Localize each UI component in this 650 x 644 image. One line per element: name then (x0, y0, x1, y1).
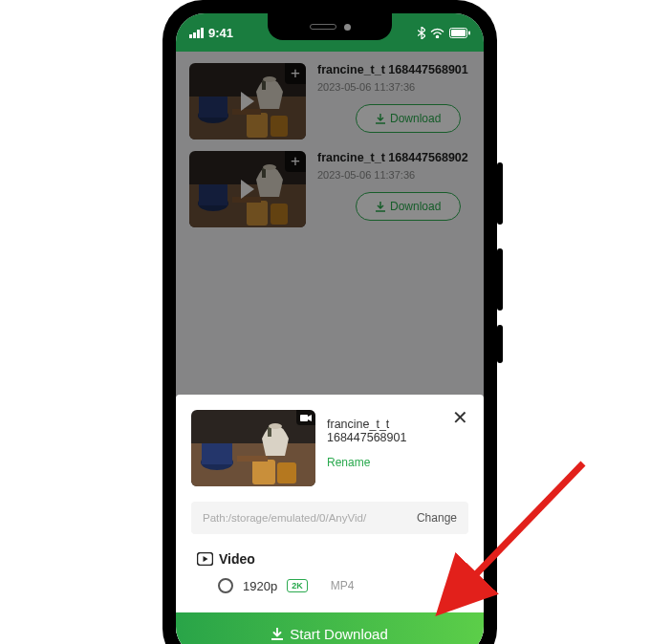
resolution-label: 1920p (243, 579, 277, 593)
svg-rect-3 (201, 28, 204, 38)
svg-rect-5 (451, 30, 466, 36)
signal-icon (189, 28, 204, 38)
svg-rect-31 (252, 460, 275, 484)
radio-button[interactable] (218, 578, 233, 593)
sheet-thumbnail (191, 410, 315, 486)
download-icon (271, 628, 283, 640)
device-side-button (497, 162, 503, 225)
svg-rect-33 (237, 456, 268, 462)
phone-frame: 9:41 + francine_t_t 168447568901 202 (162, 0, 497, 644)
content-area: + francine_t_t 168447568901 2023-05-06 1… (176, 52, 484, 644)
close-icon[interactable]: ✕ (452, 408, 468, 427)
quality-option[interactable]: 1920p 2K MP4 (191, 578, 468, 593)
quality-badge: 2K (287, 579, 308, 592)
download-path: Path:/storage/emulated/0/AnyVid/ (203, 512, 366, 524)
video-badge-icon (296, 410, 315, 425)
sheet-filename: francine_t_t 168447568901 (327, 418, 468, 444)
svg-rect-0 (189, 34, 192, 38)
device-side-button (497, 248, 503, 311)
start-download-button[interactable]: Start Download (176, 612, 484, 644)
svg-point-28 (269, 423, 282, 429)
video-section-label: Video (191, 551, 468, 567)
wifi-icon (430, 28, 444, 38)
format-label: MP4 (331, 579, 355, 592)
svg-rect-30 (202, 443, 232, 464)
svg-rect-32 (277, 462, 296, 483)
download-sheet: ✕ francine_t_t 168447568901 Rename Path: (176, 395, 484, 644)
change-path-button[interactable]: Change (417, 511, 457, 525)
screen: 9:41 + francine_t_t 168447568901 202 (176, 13, 484, 644)
svg-rect-27 (268, 427, 271, 437)
rename-button[interactable]: Rename (327, 456, 468, 469)
status-time: 9:41 (208, 26, 233, 40)
svg-rect-1 (193, 32, 196, 38)
svg-rect-34 (300, 415, 308, 421)
device-side-button (497, 325, 503, 363)
device-notch (268, 13, 392, 40)
bluetooth-icon (418, 27, 425, 39)
svg-rect-6 (468, 31, 470, 34)
battery-icon (449, 28, 470, 38)
path-row: Path:/storage/emulated/0/AnyVid/ Change (191, 502, 468, 534)
svg-rect-2 (197, 30, 200, 38)
video-section-icon (197, 552, 213, 566)
